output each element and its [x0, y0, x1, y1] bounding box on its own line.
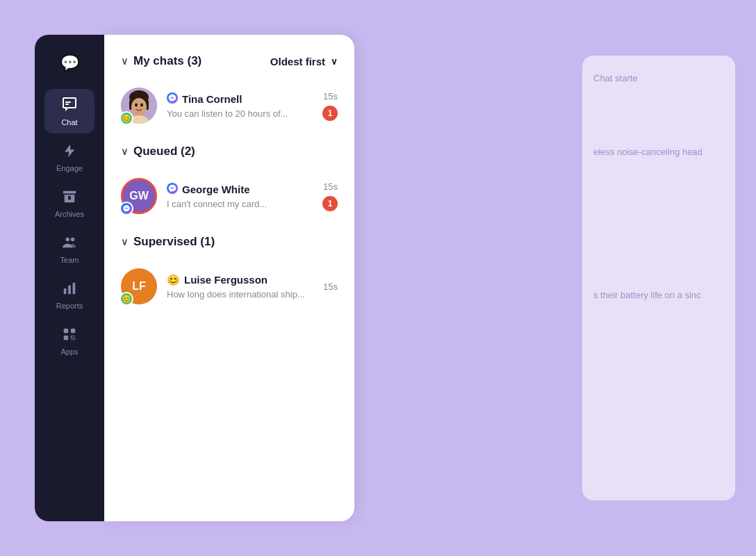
luise-name-row: 😊 Luise Fergusson [167, 274, 313, 286]
queued-chevron[interactable]: ∨ [121, 146, 128, 157]
tina-avatar-wrapper: 😊 [121, 88, 157, 124]
svg-point-4 [71, 238, 75, 242]
george-preview: I can't connect my card... [167, 199, 313, 209]
sidebar-item-archives[interactable]: Archives [44, 182, 94, 225]
george-meta: 15s 1 [322, 181, 338, 211]
chat-item-george[interactable]: GW [121, 171, 338, 221]
svg-point-22 [167, 92, 178, 104]
sidebar-item-chat[interactable]: Chat [44, 89, 94, 133]
luise-name: Luise Fergusson [184, 274, 268, 286]
tina-smiley-badge: 😊 [120, 111, 133, 125]
chat-item-tina[interactable]: 😊 [121, 81, 338, 131]
tina-unread-badge: 1 [322, 106, 338, 121]
svg-rect-10 [64, 336, 68, 340]
svg-rect-2 [63, 191, 76, 194]
svg-point-18 [131, 98, 147, 116]
sidebar-item-team-label: Team [60, 256, 79, 264]
george-name-row: George White [167, 183, 313, 196]
supervised-label: Supervised (1) [133, 235, 215, 249]
engage-icon [62, 143, 77, 161]
sidebar-item-apps[interactable]: + Apps [44, 320, 94, 363]
luise-meta: 15s [323, 281, 338, 292]
sidebar-item-conversations[interactable]: 💬 [44, 49, 94, 78]
scene: Chat starte eless noise-canceling head s… [0, 0, 756, 556]
sidebar-item-engage[interactable]: Engage [44, 136, 94, 179]
conversations-icon: 💬 [60, 56, 79, 71]
archives-icon [62, 189, 77, 207]
luise-preview: How long does international ship... [167, 289, 313, 300]
queued-title: ∨ Queued (2) [121, 145, 338, 158]
george-time: 15s [323, 181, 338, 192]
george-messenger-icon [167, 183, 178, 196]
svg-rect-6 [68, 285, 71, 294]
sort-button[interactable]: Oldest first ∨ [270, 56, 338, 67]
svg-point-19 [135, 104, 138, 107]
svg-rect-5 [64, 288, 67, 294]
my-chats-chevron[interactable]: ∨ [121, 56, 128, 67]
sidebar: 💬 Chat Engage [35, 35, 104, 521]
sidebar-item-archives-label: Archives [55, 210, 84, 218]
svg-point-23 [122, 204, 131, 213]
svg-rect-9 [71, 329, 75, 333]
sidebar-item-apps-label: Apps [60, 348, 78, 356]
george-name: George White [182, 183, 250, 195]
chat-icon [61, 96, 78, 115]
sort-label: Oldest first [270, 56, 325, 67]
luise-time: 15s [323, 281, 338, 292]
sidebar-item-reports-label: Reports [56, 302, 83, 310]
supervised-title: ∨ Supervised (1) [121, 235, 338, 249]
tina-preview: You can listen to 20 hours of... [167, 108, 313, 119]
sidebar-item-team[interactable]: Team [44, 228, 94, 271]
sidebar-item-chat-label: Chat [61, 118, 77, 126]
svg-point-20 [140, 104, 143, 107]
my-chats-label: My chats (3) [133, 54, 202, 68]
george-messenger-badge [120, 202, 133, 215]
chat-item-luise[interactable]: LF 😊 😊 Luise Fergusson How long does int… [121, 261, 338, 311]
tina-messenger-icon [167, 92, 178, 106]
svg-point-24 [167, 183, 178, 194]
tina-time: 15s [323, 91, 338, 101]
sidebar-item-engage-label: Engage [56, 164, 83, 172]
supervised-chevron[interactable]: ∨ [121, 236, 128, 247]
luise-avatar-wrapper: LF 😊 [121, 268, 157, 304]
reports-icon [62, 281, 77, 299]
svg-text:+: + [72, 336, 75, 342]
apps-icon: + [62, 327, 77, 345]
tina-chat-info: Tina Cornell You can listen to 20 hours … [167, 92, 313, 119]
supervised-section-header: ∨ Supervised (1) [121, 235, 338, 249]
my-chats-header: ∨ My chats (3) Oldest first ∨ [121, 54, 338, 68]
my-chats-title: ∨ My chats (3) [121, 54, 202, 68]
george-unread-badge: 1 [322, 196, 338, 211]
chat-list-panel: ∨ My chats (3) Oldest first ∨ [104, 35, 354, 521]
queued-section-header: ∨ Queued (2) [121, 145, 338, 158]
george-avatar-wrapper: GW [121, 178, 157, 214]
tina-meta: 15s 1 [322, 91, 338, 121]
svg-rect-8 [64, 329, 68, 333]
luise-chat-info: 😊 Luise Fergusson How long does internat… [167, 274, 313, 300]
queued-label: Queued (2) [133, 145, 195, 158]
team-icon [62, 235, 77, 253]
luise-smiley-icon: 😊 [167, 274, 180, 286]
svg-point-3 [66, 238, 70, 242]
george-chat-info: George White I can't connect my card... [167, 183, 313, 209]
svg-rect-7 [73, 283, 76, 295]
tina-name-row: Tina Cornell [167, 92, 313, 106]
sort-chevron-icon: ∨ [331, 56, 338, 67]
tina-name: Tina Cornell [182, 93, 242, 105]
main-container: 💬 Chat Engage [35, 35, 660, 521]
luise-smiley-badge: 😊 [120, 292, 133, 306]
svg-rect-1 [65, 104, 69, 105]
sidebar-item-reports[interactable]: Reports [44, 274, 94, 317]
svg-rect-0 [65, 101, 71, 103]
